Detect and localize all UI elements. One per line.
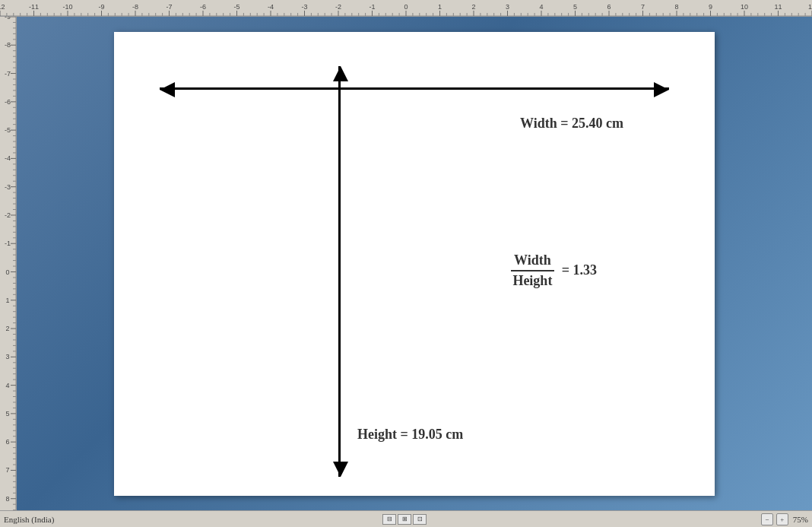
width-arrow — [160, 87, 669, 90]
status-bar: English (India) ⊟⊞⊡ − + 75% — [0, 510, 812, 527]
height-arrow — [338, 66, 341, 477]
ratio-container: Width Height = 1.33 — [511, 252, 597, 289]
document-area: Width = 25.40 cm Height = 19.05 cm Width… — [17, 17, 812, 510]
page-content: Width = 25.40 cm Height = 19.05 cm Width… — [114, 32, 715, 496]
ratio-fraction: Width Height — [511, 252, 554, 289]
view-icons: ⊟⊞⊡ — [382, 514, 427, 525]
zoom-increase-icon[interactable]: + — [776, 513, 788, 525]
width-label: Width = 25.40 cm — [520, 116, 623, 132]
ruler-top — [0, 0, 812, 17]
page: Width = 25.40 cm Height = 19.05 cm Width… — [114, 32, 715, 496]
ratio-denominator: Height — [512, 271, 552, 289]
ratio-value: = 1.33 — [562, 262, 597, 278]
zoom-decrease-icon[interactable]: − — [761, 513, 773, 525]
view-icon-1[interactable]: ⊟ — [382, 514, 396, 525]
view-icon-2[interactable]: ⊞ — [398, 514, 411, 525]
zoom-level: 75% — [793, 515, 808, 524]
language-label: English (India) — [4, 515, 54, 524]
view-icon-3[interactable]: ⊡ — [413, 514, 427, 525]
status-bar-right: − + 75% — [761, 513, 808, 525]
ruler-left — [0, 17, 17, 510]
height-label: Height = 19.05 cm — [357, 427, 463, 443]
ratio-numerator: Width — [511, 252, 554, 271]
